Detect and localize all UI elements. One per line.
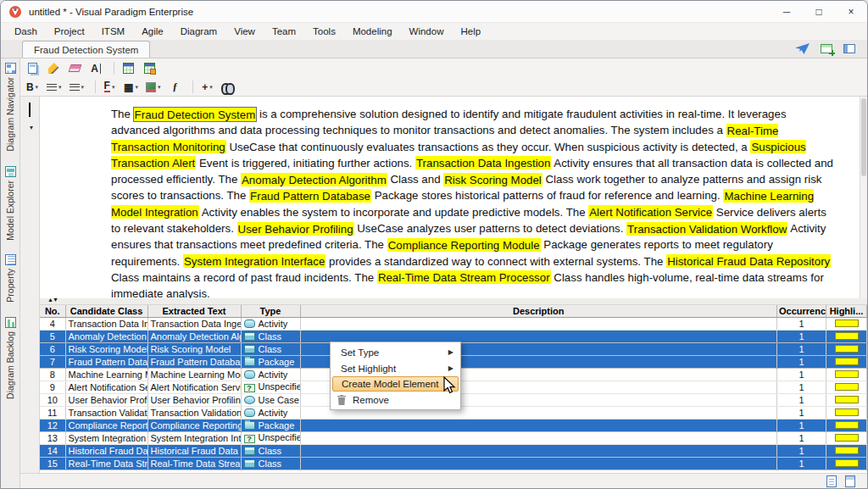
highlight-term[interactable]: System Integration Interface: [183, 254, 326, 268]
highlight-term[interactable]: Real-Time Data Stream Processor: [377, 270, 551, 284]
text-editor[interactable]: The Fraud Detection System is a comprehe…: [40, 97, 860, 298]
menu-agile[interactable]: Agile: [133, 25, 172, 38]
cell-highlight: [826, 406, 867, 419]
generate-table-button[interactable]: [141, 60, 158, 76]
highlight-swatch[interactable]: [835, 447, 859, 454]
highlight-swatch[interactable]: [835, 434, 859, 442]
fill-color-button[interactable]: ▾: [144, 79, 163, 95]
sidebar-tab-diagram-backlog[interactable]: Diagram Backlog: [5, 317, 16, 399]
formula-button[interactable]: ƒ: [166, 79, 183, 95]
highlight-term[interactable]: Fraud Detection System: [134, 108, 257, 121]
highlight-swatch[interactable]: [835, 332, 859, 340]
maximize-button[interactable]: □: [803, 1, 835, 23]
cell-type: ?Unspecified: [241, 431, 300, 444]
bold-button[interactable]: B▾: [24, 79, 41, 95]
menu-view[interactable]: View: [225, 25, 264, 38]
highlight-term[interactable]: Anomaly Detection Algorithm: [241, 173, 387, 186]
minimize-button[interactable]: ─: [771, 1, 803, 23]
list-button[interactable]: ▾: [68, 79, 86, 95]
highlight-swatch[interactable]: [835, 358, 859, 365]
vertical-scrollbar[interactable]: [860, 97, 867, 298]
table-row[interactable]: 12Compliance Reporting ModuleCompliance …: [40, 419, 867, 431]
column-header-highli[interactable]: Highli...: [826, 305, 867, 317]
menu-dash[interactable]: Dash: [6, 25, 46, 38]
menu-tools[interactable]: Tools: [304, 25, 344, 38]
highlight-swatch[interactable]: [835, 396, 859, 403]
description-doc-icon[interactable]: [826, 475, 837, 487]
highlight-term[interactable]: Historical Fraud Data Repository: [666, 254, 831, 268]
sidebar-tab-model-explorer[interactable]: Model Explorer: [5, 166, 16, 241]
text-tool-button[interactable]: A: [87, 60, 104, 76]
highlight-swatch[interactable]: [835, 383, 859, 391]
table-row[interactable]: 5Anomaly Detection AlgorithmAnomaly Dete…: [40, 330, 867, 342]
document-text: The Fraud Detection System is a comprehe…: [40, 97, 860, 298]
panel-view-icon[interactable]: [843, 44, 855, 53]
toolbar-row-1: A: [20, 58, 867, 78]
close-button[interactable]: ×: [835, 1, 867, 23]
menu-item-create-model-element[interactable]: Create Model Element: [332, 376, 459, 392]
highlight-swatch[interactable]: [835, 320, 859, 327]
column-header-description[interactable]: Description: [300, 305, 777, 317]
copy-table-button[interactable]: [24, 60, 41, 76]
highlight-term[interactable]: Alert Notification Service: [588, 205, 713, 219]
eraser-button[interactable]: [66, 60, 83, 76]
highlight-term[interactable]: Transaction Data Ingestion: [415, 156, 551, 169]
sidebar-tab-diagram-navigator[interactable]: Diagram Navigator: [5, 63, 16, 152]
highlight-swatch[interactable]: [835, 421, 859, 429]
cell-extracted-text: System Integration Interface: [147, 431, 241, 444]
menu-item-set-highlight[interactable]: Set Highlight▶: [332, 360, 459, 376]
dropdown-caret-icon: ▾: [135, 84, 138, 91]
menu-team[interactable]: Team: [264, 25, 304, 38]
publish-icon[interactable]: [795, 43, 810, 54]
scrollbar-thumb[interactable]: [861, 98, 866, 176]
highlight-swatch[interactable]: [835, 459, 859, 467]
sort-toggle[interactable]: ▲▼: [47, 298, 58, 303]
table-row[interactable]: 4Transaction Data IngestionTransaction D…: [40, 317, 867, 330]
menu-itsm[interactable]: ITSM: [93, 25, 133, 38]
align-button[interactable]: ▾: [45, 79, 64, 95]
menu-item-set-type[interactable]: Set Type▶: [332, 344, 459, 360]
highlight-term[interactable]: Fraud Pattern Database: [249, 189, 371, 203]
new-window-icon[interactable]: [821, 44, 832, 53]
plain-text: UseCase that continuously evaluates tran…: [226, 141, 751, 153]
menu-project[interactable]: Project: [46, 25, 93, 38]
menu-window[interactable]: Window: [401, 25, 453, 38]
column-header-candidate-class[interactable]: Candidate Class: [65, 305, 147, 317]
column-header-occurrence[interactable]: Occurrence: [777, 305, 826, 317]
plain-text: Class maintains a record of past fraud i…: [111, 271, 377, 284]
sidebar-tab-property[interactable]: Property: [5, 254, 16, 303]
highlight-term[interactable]: Compliance Reporting Module: [387, 238, 541, 252]
cell-extracted-text: Compliance Reporting Module: [147, 419, 241, 431]
app-logo-icon[interactable]: [8, 5, 22, 19]
highlight-swatch[interactable]: [835, 345, 859, 353]
font-color-button[interactable]: F▾: [101, 79, 118, 95]
table-button[interactable]: ▦▾: [122, 79, 140, 95]
class-type-icon: [244, 459, 255, 468]
highlight-swatch[interactable]: [835, 408, 859, 416]
menu-diagram[interactable]: Diagram: [172, 25, 225, 38]
add-button[interactable]: +▾: [198, 79, 215, 95]
find-button[interactable]: [220, 79, 236, 95]
highlighter-button[interactable]: [45, 60, 62, 76]
column-header-no[interactable]: No.: [40, 305, 65, 317]
highlight-term[interactable]: Transaction Validation Workflow: [626, 222, 787, 236]
generate-crc-button[interactable]: [120, 60, 136, 76]
column-header-extracted-text[interactable]: Extracted Text: [147, 305, 241, 317]
tab-fraud-detection-system[interactable]: Fraud Detection System: [22, 41, 150, 58]
menu-item-remove[interactable]: Remove: [332, 392, 459, 408]
table-row[interactable]: 13System Integration InterfaceSystem Int…: [40, 431, 867, 444]
plain-text: Event is triggered, initiating further a…: [196, 157, 415, 169]
highlight-swatch[interactable]: [835, 370, 859, 378]
table-row[interactable]: 15Real-Time Data Stream ProcessorReal-Ti…: [40, 457, 867, 470]
grid-doc-icon[interactable]: [845, 475, 855, 487]
menu-modeling[interactable]: Modeling: [344, 25, 401, 38]
unspecified-type-icon: ?: [244, 435, 255, 443]
grid-toggle-button[interactable]: [29, 103, 31, 116]
add-glyph: +: [202, 81, 208, 93]
highlight-term[interactable]: Risk Scoring Model: [443, 173, 542, 186]
highlight-term[interactable]: User Behavior Profiling: [237, 222, 354, 236]
menu-help[interactable]: Help: [452, 25, 489, 38]
column-header-type[interactable]: Type: [241, 305, 300, 317]
eraser-icon: [68, 64, 81, 72]
table-row[interactable]: 14Historical Fraud Data RepositoryHistor…: [40, 444, 867, 457]
